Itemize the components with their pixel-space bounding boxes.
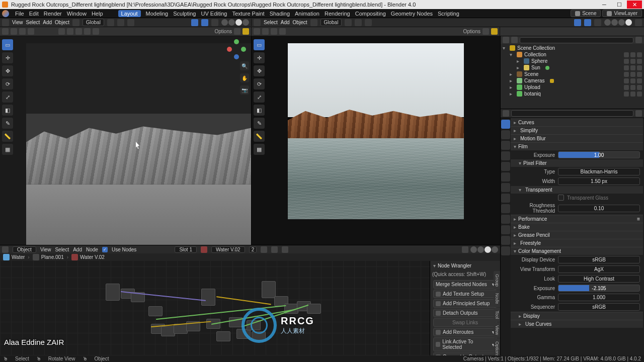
transform-tool[interactable]: ◧	[2, 105, 13, 116]
world-tab-icon[interactable]	[501, 162, 510, 171]
ne-add[interactable]: Add	[73, 247, 82, 252]
measure-tool-r[interactable]: 📏	[254, 131, 265, 142]
tool-icon-5[interactable]	[58, 28, 65, 35]
texture-tab-icon[interactable]	[501, 246, 510, 255]
menu-add-l[interactable]: Add	[43, 20, 52, 25]
tool-icon-9[interactable]	[93, 28, 99, 35]
ne-mode-select[interactable]: Object	[13, 246, 36, 253]
nw-add-texture-button[interactable]: Add Texture Setup	[433, 290, 497, 298]
menu-edit[interactable]: Edit	[29, 11, 39, 17]
pan-icon[interactable]: ✋	[240, 73, 249, 82]
tool-icon-r4[interactable]	[279, 28, 286, 35]
tab-group[interactable]: Group	[494, 271, 500, 290]
options-label-r[interactable]: Options	[463, 29, 480, 34]
add-cube-tool-r[interactable]: ▦	[254, 144, 265, 155]
filter-icon-r[interactable]	[482, 28, 489, 35]
viewport-left[interactable]: ▭ ✛ ✥ ⟳ ⤢ ◧ ✎ 📏 ▦ 🔍 ✋ 📷	[0, 36, 252, 245]
menu-file[interactable]: File	[15, 11, 24, 17]
shading-modes-l[interactable]	[221, 19, 249, 26]
ne-view[interactable]: View	[40, 247, 51, 252]
material-tab-icon[interactable]	[501, 236, 510, 245]
path-object[interactable]: Water	[3, 254, 25, 260]
transparent-glass-checkbox[interactable]	[558, 195, 564, 201]
orientation-icon-r[interactable]	[310, 19, 317, 26]
constraints-tab-icon[interactable]	[501, 215, 510, 224]
material-users[interactable]: 2	[249, 246, 257, 253]
scale-tool[interactable]: ⤢	[2, 92, 13, 103]
slot-select[interactable]: Slot 1	[175, 246, 197, 253]
menu-render[interactable]: Render	[44, 11, 62, 17]
panel-simplify[interactable]: ▸Simplify	[511, 127, 643, 134]
close-mat-icon[interactable]	[282, 246, 288, 253]
panel-motion-blur[interactable]: ▸Motion Blur	[511, 135, 643, 142]
select-box-tool-r[interactable]: ▭	[254, 39, 265, 50]
proportional-icon[interactable]	[127, 19, 134, 26]
editor-type-icon-r[interactable]	[254, 19, 261, 26]
nw-detach-button[interactable]: Detach Outputs	[433, 309, 497, 317]
add-cube-tool[interactable]: ▦	[2, 144, 13, 155]
props-editor-icon[interactable]	[503, 110, 509, 117]
outliner-type-icon[interactable]	[503, 37, 509, 43]
workspace-uv[interactable]: UV Editing	[201, 11, 227, 17]
use-nodes-checkbox[interactable]: ✓	[102, 247, 108, 252]
film-exposure-slider[interactable]: 1.00	[558, 151, 640, 158]
filter-width-field[interactable]: 1.50 px	[558, 177, 640, 185]
panel-grease-pencil[interactable]: ▸Grease Pencil	[511, 231, 643, 239]
camera-view-icon[interactable]: 📷	[240, 85, 249, 95]
outliner-search-input[interactable]	[520, 37, 633, 43]
pin-icon[interactable]	[261, 246, 267, 253]
outliner-filter-icon[interactable]	[635, 37, 642, 43]
panel-color-management[interactable]: ▾Color Management	[511, 247, 643, 255]
roughness-threshold-field[interactable]: 0.10	[558, 205, 640, 212]
close-button[interactable]: ✕	[627, 1, 642, 9]
axis-y-icon[interactable]	[241, 47, 246, 52]
nw-add-principled-button[interactable]: Add Principled Setup	[433, 299, 497, 308]
outliner-row-sphere[interactable]: ▸ Sphere	[503, 58, 642, 64]
workspace-shading[interactable]: Shading	[270, 11, 290, 17]
tab-options[interactable]: Options	[494, 338, 500, 355]
measure-tool[interactable]: 📏	[2, 131, 13, 142]
workspace-geonodes[interactable]: Geometry Nodes	[391, 11, 433, 17]
outliner-row-botaniq[interactable]: ▸ botaniq	[503, 90, 642, 97]
display-device-select[interactable]: sRGB	[558, 256, 640, 263]
tab-tool[interactable]: Tool	[494, 308, 500, 322]
ne-node[interactable]: Node	[86, 247, 98, 252]
gizmo-toggle-l[interactable]	[191, 19, 198, 26]
axis-z-icon[interactable]	[234, 54, 239, 59]
menu-add-r[interactable]: Add	[281, 20, 290, 25]
look-select[interactable]: High Contrast	[558, 275, 640, 283]
outliner-row-collection[interactable]: ▾ Collection	[503, 51, 642, 58]
nw-reroutes-button[interactable]: Add Reroutes▾	[433, 328, 497, 336]
filter-type-select[interactable]: Blackman-Harris	[558, 168, 640, 175]
outliner-row-scene[interactable]: ▸ Scene	[503, 71, 642, 77]
outliner-view-icon[interactable]	[511, 37, 518, 43]
workspace-layout[interactable]: Layout	[118, 10, 141, 17]
panel-bake[interactable]: ▸Bake	[511, 223, 643, 231]
outliner-row-scene-collection[interactable]: ▾ Scene Collection	[503, 45, 642, 51]
outliner-row-cameras[interactable]: ▸ Cameras	[503, 77, 642, 84]
snap-icon[interactable]	[117, 19, 124, 26]
panel-display[interactable]: ▸Display	[511, 312, 643, 320]
panel-use-curves[interactable]: ▸Use Curves	[511, 320, 643, 328]
axis-x-icon[interactable]	[227, 47, 232, 52]
pivot-icon-r[interactable]	[345, 19, 352, 26]
snap-icon-r[interactable]	[355, 19, 362, 26]
tool-icon-r3[interactable]	[271, 28, 277, 35]
workspace-sculpting[interactable]: Sculpting	[173, 11, 196, 17]
scene-selector[interactable]: Scene	[571, 10, 601, 17]
tool-icon-4[interactable]	[28, 28, 34, 35]
nw-title[interactable]: ▾Node Wrangler	[433, 262, 497, 269]
rotate-tool[interactable]: ⟳	[2, 78, 13, 89]
workspace-compositing[interactable]: Compositing	[355, 11, 386, 17]
path-material[interactable]: Water V.02	[71, 254, 105, 260]
xray-toggle-l[interactable]	[211, 19, 218, 26]
annotate-tool-r[interactable]: ✎	[254, 118, 265, 129]
warning-icon-l[interactable]	[243, 28, 249, 35]
workspace-scripting[interactable]: Scripting	[438, 11, 459, 17]
nw-swap-button[interactable]: Swap Links	[433, 318, 497, 327]
modifier-tab-icon[interactable]	[501, 183, 510, 192]
tab-view[interactable]: View	[494, 322, 500, 338]
tool-icon-8[interactable]	[84, 28, 91, 35]
view-transform-select[interactable]: AgX	[558, 265, 640, 273]
viewlayer-selector[interactable]: ViewLayer	[602, 10, 642, 17]
